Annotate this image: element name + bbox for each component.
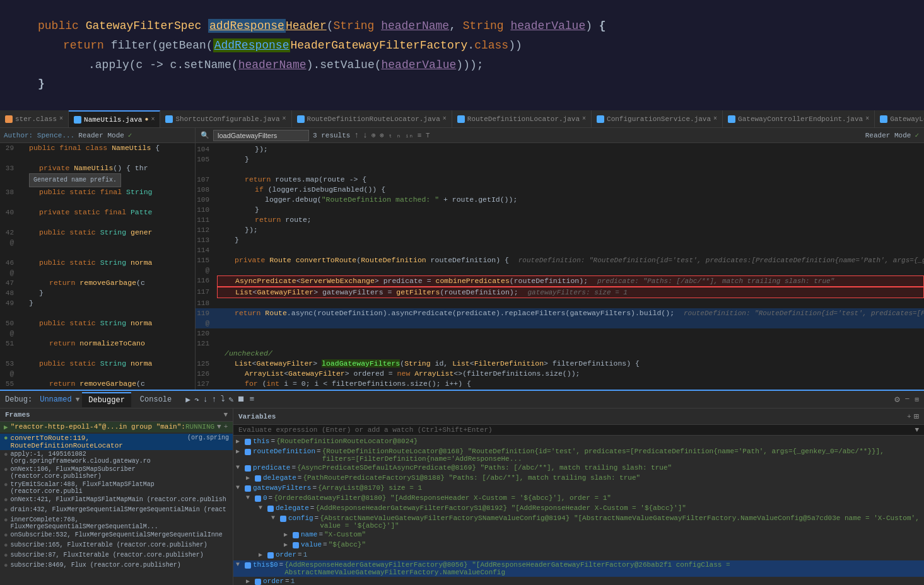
- variables-list: ▶ this = {RouteDefinitionRouteLocator@80…: [233, 436, 924, 585]
- variables-layout-icon[interactable]: ⊞: [914, 411, 919, 422]
- code-row-blank6: [0, 349, 195, 359]
- frame-item-6[interactable]: ● innerComplete:768, FluxMergeSequential…: [0, 516, 233, 531]
- var-expand-routedef[interactable]: ▶: [236, 448, 243, 455]
- right-row-116: 116 AsyncPredicate<ServerWebExchange> pr…: [196, 275, 924, 287]
- debug-icon-stepout[interactable]: ↑: [212, 395, 217, 404]
- code-row-49: 49 }: [0, 298, 195, 308]
- debug-layout-icon[interactable]: ⊞: [915, 395, 919, 403]
- var-expand-this0[interactable]: ▼: [236, 561, 243, 568]
- variables-add-watch-icon[interactable]: +: [907, 413, 911, 420]
- frame-item-8[interactable]: ● subscribe:165, FluxIterable (reactor.c…: [0, 541, 233, 551]
- frame-item-5[interactable]: ● drain:432, FluxMergeSequentialSMergeSe…: [0, 506, 233, 516]
- var-val-gw-delegate: {AddResponseHeaderGatewayFilterFactoryS1…: [315, 504, 686, 512]
- frame-icon-3: ●: [4, 481, 8, 489]
- tab-nameutils[interactable]: NameUtils.java ● ×: [69, 110, 160, 128]
- var-expand-order[interactable]: ▶: [259, 551, 266, 559]
- tab-shortcut[interactable]: ShortcutConfigurable.java ×: [160, 110, 291, 128]
- var-expand-gw-delegate[interactable]: ▼: [259, 504, 266, 511]
- var-gatewayfilters[interactable]: ▼ gatewayFilters = {ArrayList@8170} size…: [233, 484, 924, 494]
- right-row-unchecked: /unchecked/: [196, 349, 924, 359]
- frame-item-10[interactable]: ● subscribe:8469, Flux (reactor.core.pub…: [0, 561, 233, 571]
- var-expand-gwfilters[interactable]: ▼: [236, 484, 243, 491]
- var-expand-value-f[interactable]: ▶: [284, 541, 291, 548]
- var-value-field[interactable]: ▶ value = "${abcc}": [233, 540, 924, 550]
- frame-item-4[interactable]: ● onNext:421, FluxFlatMapSFlatMapMain (r…: [0, 495, 233, 506]
- var-val-pred-delegate: {PathRoutePredicateFactoryS1@8188} "Path…: [303, 474, 640, 482]
- var-this[interactable]: ▶ this = {RouteDefinitionRouteLocator@80…: [233, 437, 924, 447]
- frame-item-9[interactable]: ● subscribe:87, FluxIterable (reactor.co…: [0, 551, 233, 561]
- tab-close-routedef[interactable]: ×: [443, 115, 447, 122]
- var-val-gw-0: {OrderedGatewayFilter@8180} "[AddRespons…: [274, 494, 611, 502]
- kw-return: return: [63, 39, 111, 52]
- var-gw-0[interactable]: ▼ 0 = {OrderedGatewayFilter@8180} "[AddR…: [233, 494, 924, 504]
- var-expand-pred-delegate[interactable]: ▶: [246, 474, 254, 482]
- author-label: Author: Spence...: [4, 132, 74, 139]
- frame-item-1[interactable]: ● apply:-1, 1495161082 (org.springframew…: [0, 450, 233, 465]
- frame-item-7[interactable]: ● onSubscribe:532, FluxMergeSequentialSM…: [0, 531, 233, 541]
- var-routedef[interactable]: ▶ routeDefinition = {RouteDefinitionRout…: [233, 447, 924, 463]
- frame-item-2[interactable]: ● onNext:106, FluxMapSMapSubscriber (rea…: [0, 465, 233, 480]
- thread-filter-btn[interactable]: ▼: [217, 423, 221, 431]
- debug-icon-stop[interactable]: ⏹: [237, 395, 245, 404]
- var-expand-predicate[interactable]: ▼: [236, 464, 243, 471]
- tab-close-nameutils[interactable]: ×: [151, 116, 155, 123]
- debug-icon-stepover[interactable]: ↷: [194, 395, 199, 405]
- var-expand-name-f[interactable]: ▶: [284, 531, 291, 538]
- search-down-icon[interactable]: ↓: [363, 130, 368, 140]
- var-order[interactable]: ▶ order = 1: [233, 550, 924, 560]
- debug-icon-stepinto[interactable]: ↓: [203, 395, 208, 404]
- var-expand-config[interactable]: ▼: [271, 514, 279, 521]
- search-input[interactable]: [213, 130, 309, 141]
- tab-close-configservice[interactable]: ×: [713, 115, 717, 122]
- tab-close-shortcut[interactable]: ×: [283, 115, 286, 122]
- tab-gateway-controller[interactable]: GatewayControllerEndpoint.java ×: [723, 110, 875, 128]
- debug-session-dropdown[interactable]: ▼: [76, 396, 80, 403]
- frame-class-0: (org.spring: [187, 434, 229, 441]
- tab-configservice[interactable]: ConfigurationService.java ×: [592, 110, 723, 128]
- var-this0[interactable]: ▼ this$0 = {AddResponseHeaderGatewayFilt…: [233, 560, 924, 577]
- tab-aster-class[interactable]: ster.class ×: [0, 110, 69, 128]
- var-name-field[interactable]: ▶ name = "X-Custom": [233, 530, 924, 540]
- var-config[interactable]: ▼ config = {AbstractNameValueGatewayFilt…: [233, 514, 924, 530]
- tab-routedef[interactable]: RouteDefinitionRouteLocator.java ×: [292, 110, 452, 128]
- debug-icon-resume[interactable]: ▶: [185, 395, 190, 405]
- tab-close-gateway-controller[interactable]: ×: [865, 115, 869, 122]
- debug-minimize-icon[interactable]: −: [905, 395, 910, 404]
- frame-item-3[interactable]: ● tryEmitScalar:488, FluxFlatMapSFlatMap…: [0, 480, 233, 495]
- top-code-section: public GatewayFilterSpec addResponseHead…: [0, 0, 924, 110]
- debug-icon-runtoursor[interactable]: ⤵: [221, 395, 225, 404]
- var-predicate[interactable]: ▼ predicate = {AsyncPredicateSDefaultAsy…: [233, 463, 924, 473]
- frame-item-0[interactable]: ● convertToRoute:119, RouteDefinitionRou…: [0, 434, 233, 450]
- frames-filter-icon[interactable]: ▼: [223, 411, 228, 419]
- var-expand-gw-0[interactable]: ▼: [246, 494, 254, 501]
- search-options[interactable]: ⊕ ⊗ ₜ ₙ ᵢₙ ≡ ⊤: [371, 131, 430, 139]
- debug-title: Debug:: [5, 395, 32, 404]
- expression-dropdown[interactable]: ▼: [915, 426, 919, 434]
- var-name-this0-order: order: [263, 577, 284, 585]
- var-expand-this0-order[interactable]: ▶: [246, 577, 254, 585]
- debug-tab-console[interactable]: Console: [134, 392, 178, 407]
- var-gw-delegate[interactable]: ▼ delegate = {AddResponseHeaderGatewayFi…: [233, 504, 924, 514]
- search-up-icon[interactable]: ↑: [354, 130, 359, 140]
- debug-icon-evaluate[interactable]: ✎: [229, 395, 234, 405]
- reader-mode-check: ✓: [128, 131, 132, 139]
- var-icon-value-f: [293, 542, 299, 548]
- var-name-this: this: [253, 437, 269, 445]
- tab-close-routedeflocator[interactable]: ×: [582, 115, 586, 122]
- var-name-pred-delegate: delegate: [263, 474, 296, 482]
- thread-add-icon[interactable]: +: [224, 423, 228, 431]
- tab-routedeflocator[interactable]: RouteDefinitionLocator.java ×: [452, 110, 592, 128]
- thread-row[interactable]: ▶ "reactor-http-epoll-4"@...in group "ma…: [0, 422, 233, 432]
- debug-panel: Debug: Unnamed ▼ Debugger Console ▶ ↷ ↓ …: [0, 390, 924, 585]
- debug-tab-debugger[interactable]: Debugger: [82, 392, 131, 407]
- expression-input-area[interactable]: Evaluate expression (Enter) or add a wat…: [233, 425, 924, 436]
- var-predicate-delegate[interactable]: ▶ delegate = {PathRoutePredicateFactoryS…: [233, 473, 924, 484]
- var-this0-order[interactable]: ▶ order = 1: [233, 577, 924, 585]
- debug-gear-icon[interactable]: ⚙: [894, 394, 899, 405]
- code-row-51: 51 return normalizeToCano: [0, 339, 195, 349]
- var-expand-this[interactable]: ▶: [236, 437, 243, 445]
- debug-icon-more[interactable]: ≡: [249, 395, 254, 404]
- tab-legacy-controller[interactable]: GatewayLegacyControllerEndpoint.j... ×: [875, 110, 924, 128]
- tab-close-aster[interactable]: ×: [59, 115, 63, 122]
- code-row-29: 29 public final class NameUtils {: [0, 143, 195, 153]
